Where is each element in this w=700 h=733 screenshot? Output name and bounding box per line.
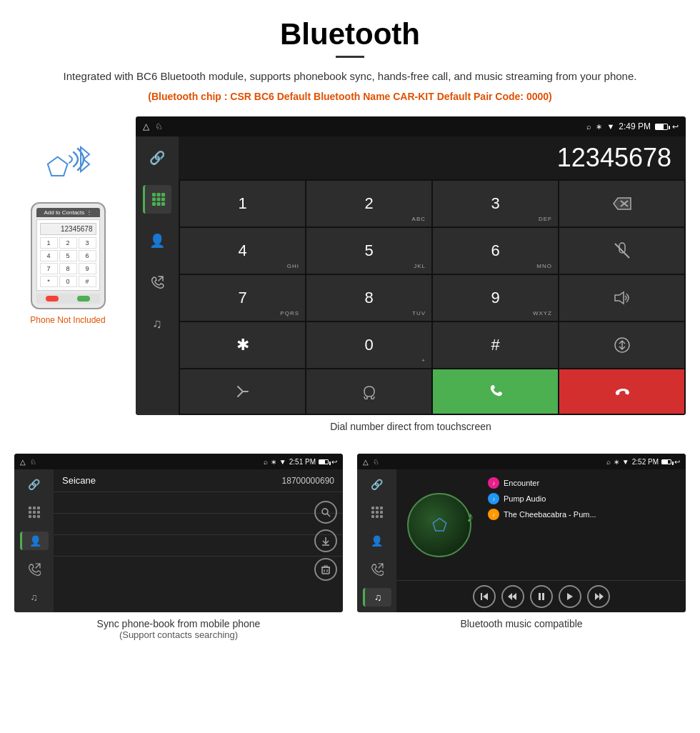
music-status-bar: △ ♘ ⌕ ∗ ▼ 2:52 PM ↩ — [357, 454, 686, 469]
svg-marker-14 — [615, 292, 624, 304]
sidebar-music-icon[interactable]: ♫ — [143, 309, 171, 338]
key-7[interactable]: 7PQRS — [180, 275, 305, 321]
ctrl-pause-btn[interactable] — [530, 585, 553, 608]
svg-rect-2 — [152, 193, 156, 196]
music-disc: ⬠ ♪ — [407, 493, 471, 557]
contacts-content: Seicane 18700000690 — [54, 469, 343, 612]
sidebar-contacts-icon[interactable]: 👤 — [143, 226, 171, 255]
battery-icon — [655, 124, 668, 130]
msidebar-calllog-icon[interactable] — [363, 560, 391, 579]
phone-key-6[interactable]: 6 — [79, 250, 96, 261]
phone-key-1[interactable]: 1 — [40, 237, 58, 249]
bluetooth-info: (Bluetooth chip : CSR BC6 Default Blueto… — [0, 91, 700, 102]
svg-marker-48 — [567, 593, 573, 600]
key-merge[interactable] — [180, 369, 305, 414]
contact-row: Seicane 18700000690 — [54, 469, 343, 492]
music-bluetooth-icon: ⬠ — [432, 515, 447, 535]
phone-key-0[interactable]: 0 — [59, 276, 77, 287]
msidebar-music-icon[interactable]: ♫ — [363, 588, 391, 607]
download-action-btn[interactable] — [314, 529, 337, 552]
music-status-right: ⌕ ∗ ▼ 2:52 PM ↩ — [606, 458, 680, 466]
phone-key-4[interactable]: 4 — [40, 250, 58, 261]
contact-number: 18700000690 — [282, 476, 334, 486]
ctrl-skipback-btn[interactable] — [501, 585, 524, 608]
ctrl-play-btn[interactable] — [559, 585, 581, 608]
svg-rect-39 — [371, 515, 374, 518]
csidebar-contacts-icon[interactable]: 👤 — [20, 532, 49, 550]
key-9[interactable]: 9WXYZ — [433, 275, 558, 321]
key-call[interactable] — [433, 369, 558, 414]
search-action-btn[interactable] — [314, 501, 337, 524]
csidebar-calllog-icon[interactable] — [20, 560, 49, 579]
phone-key-8[interactable]: 8 — [59, 263, 77, 274]
csidebar-dialpad-icon[interactable] — [20, 504, 49, 522]
phone-key-3[interactable]: 3 — [79, 237, 96, 249]
signal-icon: ▼ — [606, 122, 614, 131]
music-battery-icon — [661, 459, 671, 464]
key-hold[interactable] — [306, 369, 431, 414]
svg-line-26 — [327, 514, 330, 517]
status-bar: △ ♘ ⌕ ∗ ▼ 2:49 PM ↩ — [136, 116, 686, 136]
music-visual: ⬠ ♪ — [396, 469, 482, 580]
phone-key-7[interactable]: 7 — [40, 263, 58, 274]
svg-line-13 — [615, 244, 629, 258]
contacts-caption-sub: (Support contacts searching) — [14, 629, 343, 640]
contacts-battery-icon — [319, 459, 329, 464]
music-time: 2:52 PM — [632, 458, 659, 466]
svg-rect-41 — [380, 515, 383, 518]
svg-rect-19 — [29, 511, 31, 514]
key-hash[interactable]: # — [433, 322, 558, 368]
svg-rect-40 — [376, 515, 379, 518]
svg-rect-8 — [152, 202, 156, 206]
key-3[interactable]: 3DEF — [433, 181, 558, 226]
svg-rect-24 — [37, 515, 40, 518]
delete-action-btn[interactable] — [314, 558, 337, 581]
main-content-area: ⬠ Add to Contacts ⋮ 12345678 1 2 — [0, 116, 700, 432]
sidebar-phone-icon[interactable]: 🔗 — [143, 144, 171, 172]
csidebar-music-icon[interactable]: ♫ — [20, 588, 49, 607]
contacts-sidebar: 🔗 👤 — [14, 469, 54, 612]
msidebar-contacts-icon[interactable]: 👤 — [363, 532, 391, 550]
key-end[interactable] — [559, 369, 684, 414]
sidebar-dialpad-icon[interactable] — [143, 185, 171, 214]
svg-rect-9 — [156, 202, 160, 206]
key-star[interactable]: ✱ — [180, 322, 305, 368]
sidebar-calllog-icon[interactable] — [143, 268, 171, 296]
phone-key-2[interactable]: 2 — [59, 237, 77, 249]
key-8[interactable]: 8TUV — [306, 275, 431, 321]
dialpad-main: 12345678 1 2ABC 3DEF — [179, 136, 686, 415]
key-1[interactable]: 1 — [180, 181, 305, 226]
music-controls — [396, 580, 686, 612]
phone-bottom-bar — [36, 294, 100, 304]
key-0[interactable]: 0+ — [306, 322, 431, 368]
svg-marker-50 — [599, 593, 604, 600]
key-4[interactable]: 4GHI — [180, 228, 305, 274]
svg-rect-7 — [161, 198, 165, 201]
contacts-status-bar: △ ♘ ⌕ ∗ ▼ 2:51 PM ↩ — [14, 454, 343, 469]
phone-key-9[interactable]: 9 — [79, 263, 96, 274]
msidebar-phone-icon[interactable]: 🔗 — [363, 475, 391, 494]
msidebar-dialpad-icon[interactable] — [363, 504, 391, 522]
key-swap[interactable] — [559, 322, 684, 368]
ctrl-skipfwd-btn[interactable] — [587, 585, 610, 608]
key-volume[interactable] — [559, 275, 684, 321]
key-6[interactable]: 6MNO — [433, 228, 558, 274]
phone-key-5[interactable]: 5 — [59, 250, 77, 261]
back-icon: ↩ — [672, 122, 679, 131]
phone-key-hash[interactable]: # — [79, 276, 96, 287]
key-2[interactable]: 2ABC — [306, 181, 431, 226]
music-back-icon: ↩ — [674, 458, 680, 466]
svg-rect-6 — [156, 198, 160, 201]
phone-key-star[interactable]: * — [40, 276, 58, 287]
ctrl-prev-btn[interactable] — [473, 585, 496, 608]
music-screen: △ ♘ ⌕ ∗ ▼ 2:52 PM ↩ 🔗 — [357, 454, 686, 612]
key-5[interactable]: 5JKL — [306, 228, 431, 274]
phone-call-btn[interactable] — [77, 296, 90, 301]
keypad-grid: 1 2ABC 3DEF 4GHI 5JKL — [179, 179, 686, 415]
music-bt-icon: ∗ — [614, 458, 619, 466]
key-mute[interactable] — [559, 228, 684, 274]
csidebar-phone-icon[interactable]: 🔗 — [20, 475, 49, 494]
phone-not-included-label: Phone Not Included — [30, 315, 105, 325]
key-backspace[interactable] — [559, 181, 684, 226]
phone-end-btn[interactable] — [46, 296, 59, 301]
